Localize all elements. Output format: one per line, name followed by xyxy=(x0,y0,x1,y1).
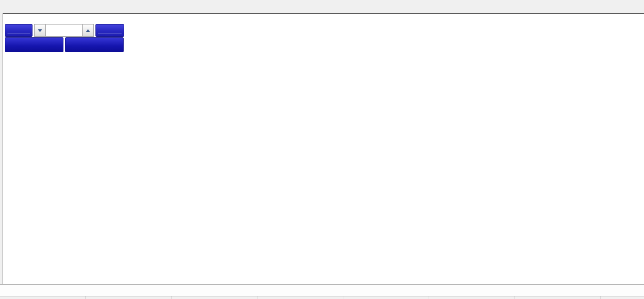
chevron-up-icon xyxy=(86,29,90,32)
sell-button[interactable] xyxy=(5,24,33,37)
buy-button[interactable] xyxy=(95,24,124,37)
volume-input[interactable] xyxy=(46,24,82,37)
one-click-trade-widget xyxy=(5,24,125,52)
buy-price-display[interactable] xyxy=(65,37,124,52)
chevron-down-icon xyxy=(38,29,42,32)
chart-title xyxy=(11,15,24,22)
symbol-tab-bar xyxy=(0,284,644,296)
price-chart-canvas[interactable] xyxy=(3,14,644,284)
volume-increase-button[interactable] xyxy=(82,24,94,37)
trading-terminal xyxy=(0,0,644,299)
sell-price-display[interactable] xyxy=(5,37,63,52)
timeframe-toolbar xyxy=(0,0,644,13)
volume-decrease-button[interactable] xyxy=(34,24,46,37)
window-resize-strip xyxy=(0,296,644,299)
chart-window xyxy=(3,13,644,285)
